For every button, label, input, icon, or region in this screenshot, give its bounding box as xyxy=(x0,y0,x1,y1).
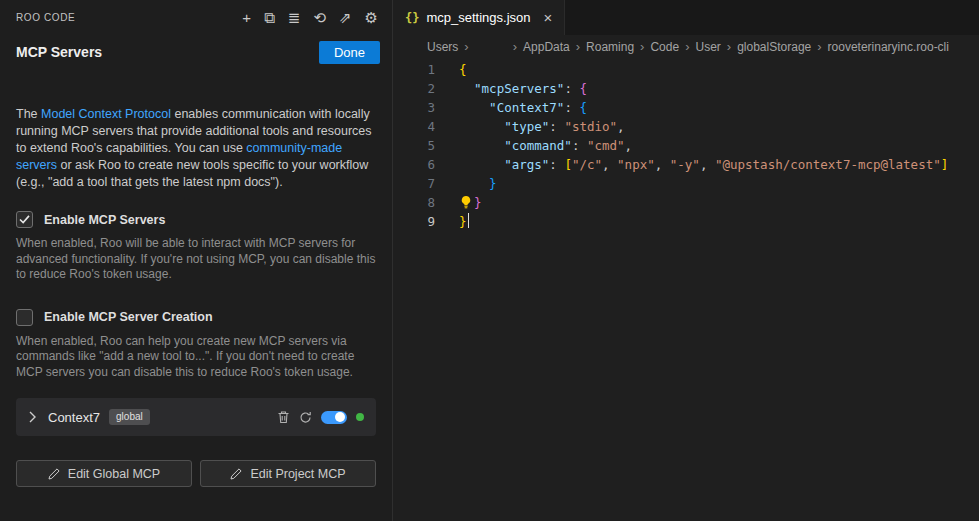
enable-mcp-servers-description: When enabled, Roo will be able to intera… xyxy=(16,236,376,283)
server-name: Context7 xyxy=(48,410,100,425)
check-icon xyxy=(19,215,30,224)
sidebar-header-icons: +⧉≣⟲⇗⚙ xyxy=(242,10,378,25)
restart-server-button[interactable] xyxy=(299,411,312,424)
done-button[interactable]: Done xyxy=(319,41,380,64)
add-icon[interactable]: + xyxy=(242,10,251,25)
close-tab-icon[interactable]: × xyxy=(544,10,553,25)
refresh-icon xyxy=(299,411,312,424)
toggle-knob xyxy=(335,412,345,422)
breadcrumb-item[interactable]: Roaming xyxy=(586,40,634,54)
code-line[interactable]: 7 } xyxy=(393,174,979,193)
breadcrumb-item[interactable]: rooveterinaryinc.roo-cli xyxy=(828,40,949,54)
edit-project-mcp-button[interactable]: Edit Project MCP xyxy=(200,460,376,487)
copy-icon[interactable]: ⧉ xyxy=(264,10,275,25)
breadcrumb-item[interactable]: Users xyxy=(427,40,458,54)
page-title: MCP Servers xyxy=(16,44,102,60)
edit-global-mcp-button[interactable]: Edit Global MCP xyxy=(16,460,192,487)
editor-area: {} mcp_settings.json × Users››AppData›Ro… xyxy=(393,0,979,521)
extension-title: ROO CODE xyxy=(16,12,75,23)
chevron-right-icon: › xyxy=(817,39,821,54)
history-icon[interactable]: ⟲ xyxy=(313,10,326,25)
settings-gear-icon[interactable]: ⚙ xyxy=(365,10,378,25)
sidebar-header: ROO CODE +⧉≣⟲⇗⚙ xyxy=(0,0,392,34)
description-text: The xyxy=(16,107,41,121)
edit-buttons-row: Edit Global MCP Edit Project MCP xyxy=(16,460,376,487)
code-line[interactable]: 1{ xyxy=(393,60,979,79)
enable-mcp-servers-checkbox[interactable] xyxy=(16,211,33,228)
breadcrumb-item[interactable]: globalStorage xyxy=(737,40,811,54)
code-line[interactable]: 9} xyxy=(393,212,979,231)
edit-project-mcp-label: Edit Project MCP xyxy=(250,467,345,481)
enable-mcp-creation-label: Enable MCP Server Creation xyxy=(44,310,213,324)
chevron-right-icon: › xyxy=(640,39,644,54)
server-list-icon[interactable]: ≣ xyxy=(288,10,301,25)
enable-mcp-creation-checkbox[interactable] xyxy=(16,309,33,326)
mcp-description: The Model Context Protocol enables commu… xyxy=(16,106,376,191)
chevron-right-icon: › xyxy=(576,39,580,54)
tab-filename: mcp_settings.json xyxy=(426,10,530,25)
code-line[interactable]: 6 "args": ["/c", "npx", "-y", "@upstash/… xyxy=(393,155,979,174)
enable-mcp-servers-row: Enable MCP Servers xyxy=(16,211,376,228)
open-in-editor-icon[interactable]: ⇗ xyxy=(339,10,352,25)
enable-mcp-creation-description: When enabled, Roo can help you create ne… xyxy=(16,334,376,381)
breadcrumb-item[interactable]: AppData xyxy=(523,40,570,54)
roo-code-sidebar: ROO CODE +⧉≣⟲⇗⚙ MCP Servers Done The Mod… xyxy=(0,0,393,521)
trash-icon xyxy=(277,410,290,424)
mcp-server-row[interactable]: Context7 global xyxy=(16,398,376,436)
chevron-right-icon: › xyxy=(685,39,689,54)
code-line[interactable]: 8 } xyxy=(393,193,979,212)
chevron-right-icon[interactable] xyxy=(28,411,37,423)
enable-mcp-creation-row: Enable MCP Server Creation xyxy=(16,309,376,326)
description-text: or ask Roo to create new tools specific … xyxy=(16,158,368,189)
server-scope-badge: global xyxy=(109,409,150,425)
chevron-right-icon: › xyxy=(727,39,731,54)
text-cursor xyxy=(468,213,470,228)
code-line[interactable]: 5 "command": "cmd", xyxy=(393,136,979,155)
server-status-dot xyxy=(356,413,364,421)
server-enabled-toggle[interactable] xyxy=(321,411,347,424)
edit-global-mcp-label: Edit Global MCP xyxy=(68,467,160,481)
json-file-icon: {} xyxy=(405,11,419,25)
code-lines: 1{2 "mcpServers": {3 "Context7": {4 "typ… xyxy=(393,58,979,231)
tab-bar: {} mcp_settings.json × xyxy=(393,0,979,35)
enable-mcp-servers-label: Enable MCP Servers xyxy=(44,213,165,227)
breadcrumb: Users››AppData›Roaming›Code›User›globalS… xyxy=(393,35,979,58)
model-context-protocol-link[interactable]: Model Context Protocol xyxy=(41,107,171,121)
tab-mcp-settings[interactable]: {} mcp_settings.json × xyxy=(393,0,565,35)
breadcrumb-item[interactable]: User xyxy=(695,40,720,54)
pencil-icon xyxy=(230,468,242,480)
code-line[interactable]: 2 "mcpServers": { xyxy=(393,79,979,98)
code-line[interactable]: 4 "type": "stdio", xyxy=(393,117,979,136)
code-line[interactable]: 3 "Context7": { xyxy=(393,98,979,117)
chevron-right-icon: › xyxy=(464,39,468,54)
delete-server-button[interactable] xyxy=(277,410,290,424)
view-header: MCP Servers Done xyxy=(0,34,392,70)
breadcrumb-item[interactable]: Code xyxy=(650,40,679,54)
chevron-right-icon: › xyxy=(513,39,517,54)
pencil-icon xyxy=(48,468,60,480)
vscode-window: ROO CODE +⧉≣⟲⇗⚙ MCP Servers Done The Mod… xyxy=(0,0,979,521)
